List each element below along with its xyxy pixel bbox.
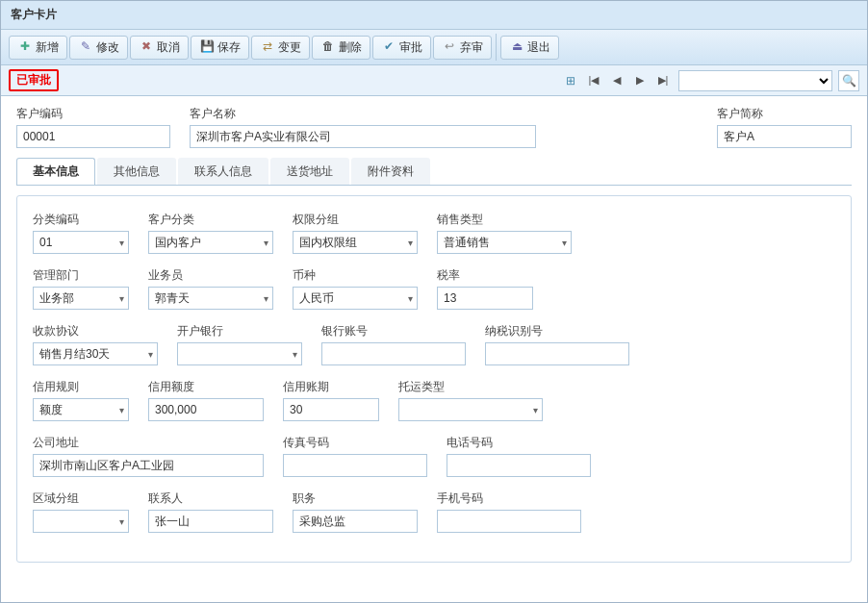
fax-input[interactable]	[283, 454, 427, 477]
prev-btn[interactable]: ◀	[607, 71, 626, 90]
last-btn[interactable]: ▶|	[653, 71, 673, 90]
change-label: 变更	[278, 39, 301, 56]
save-icon	[199, 39, 215, 55]
bank-account-field: 银行账号	[321, 323, 466, 365]
currency-select[interactable]: 人民币	[293, 287, 418, 310]
cancel-button[interactable]: 取消	[130, 36, 189, 60]
tax-id-label: 纳税识别号	[485, 323, 629, 339]
category-code-select[interactable]: 01	[33, 231, 129, 254]
row-6: 区域分组 联系人 职务 手机号码	[33, 490, 835, 533]
sales-type-select[interactable]: 普通销售	[437, 231, 572, 254]
company-address-input[interactable]	[33, 454, 264, 477]
mobile-input[interactable]	[437, 510, 581, 533]
window-title: 客户卡片	[11, 8, 57, 21]
tax-rate-input[interactable]	[437, 287, 533, 310]
new-label: 新增	[36, 39, 59, 56]
cancel-label: 取消	[157, 39, 180, 56]
customer-code-input[interactable]	[16, 125, 170, 148]
tab-basic[interactable]: 基本信息	[16, 158, 95, 185]
next-btn[interactable]: ▶	[630, 71, 650, 90]
row-3: 收款协议 销售月结30天 开户银行 银	[33, 323, 835, 365]
exit-icon	[509, 39, 524, 55]
delete-icon	[320, 39, 336, 55]
row-4: 信用规则 额度 信用额度 信用账期 托运类型	[33, 379, 835, 421]
region-select[interactable]	[33, 510, 129, 533]
tab-other[interactable]: 其他信息	[97, 158, 176, 185]
credit-period-label: 信用账期	[283, 379, 379, 395]
new-icon	[17, 39, 33, 55]
delete-button[interactable]: 删除	[312, 36, 370, 60]
customer-category-select-wrap: 国内客户	[148, 231, 273, 254]
credit-limit-input[interactable]	[148, 398, 264, 421]
contact-field: 联系人	[148, 490, 273, 533]
abandon-label: 弃审	[460, 39, 483, 56]
prev-icon: ◀	[613, 74, 621, 87]
credit-period-field: 信用账期	[283, 379, 379, 421]
payment-select-wrap: 销售月结30天	[33, 342, 158, 365]
customer-category-field: 客户分类 国内客户	[148, 212, 273, 254]
tab-attachment[interactable]: 附件资料	[351, 158, 430, 185]
dept-select[interactable]: 业务部	[33, 287, 129, 310]
credit-rule-select[interactable]: 额度	[33, 398, 129, 421]
customer-name-input[interactable]	[190, 125, 536, 148]
customer-category-select[interactable]: 国内客户	[148, 231, 273, 254]
first-btn[interactable]: |◀	[584, 71, 603, 90]
abandon-button[interactable]: 弃审	[433, 36, 492, 60]
salesperson-field: 业务员 郭青天	[148, 267, 273, 310]
exit-button[interactable]: 退出	[500, 36, 559, 60]
shipping-type-label: 托运类型	[398, 379, 543, 395]
permission-group-label: 权限分组	[293, 212, 418, 228]
last-icon: ▶|	[658, 74, 669, 87]
phone-label: 电话号码	[447, 435, 591, 451]
category-code-select-wrap: 01	[33, 231, 129, 254]
payment-select[interactable]: 销售月结30天	[33, 342, 158, 365]
shipping-type-field: 托运类型	[398, 379, 543, 421]
edit-button[interactable]: 修改	[69, 36, 128, 60]
salesperson-select-wrap: 郭青天	[148, 287, 273, 310]
phone-input[interactable]	[447, 454, 591, 477]
new-button[interactable]: 新增	[9, 36, 67, 60]
change-button[interactable]: 变更	[251, 36, 310, 60]
bank-select[interactable]	[177, 342, 302, 365]
salesperson-select[interactable]: 郭青天	[148, 287, 273, 310]
position-label: 职务	[293, 490, 418, 507]
row-1: 分类编码 01 客户分类 国内客户 权限	[33, 212, 835, 254]
salesperson-label: 业务员	[148, 267, 273, 284]
currency-field: 币种 人民币	[293, 267, 418, 310]
contact-input[interactable]	[148, 510, 273, 533]
search-icon-btn[interactable]: 🔍	[838, 70, 859, 91]
edit-icon	[78, 39, 93, 55]
customer-short-input[interactable]	[717, 125, 852, 148]
tax-id-input[interactable]	[485, 342, 629, 365]
audit-button[interactable]: 审批	[372, 36, 431, 60]
permission-group-select[interactable]: 国内权限组	[293, 231, 418, 254]
dept-label: 管理部门	[33, 267, 129, 284]
delete-label: 删除	[339, 39, 362, 56]
save-button[interactable]: 保存	[191, 36, 249, 60]
first-icon: |◀	[589, 74, 600, 87]
tax-id-field: 纳税识别号	[485, 323, 629, 365]
sales-type-field: 销售类型 普通销售	[437, 212, 572, 254]
position-input[interactable]	[293, 510, 418, 533]
dept-select-wrap: 业务部	[33, 287, 129, 310]
currency-label: 币种	[293, 267, 418, 284]
company-address-label: 公司地址	[33, 435, 264, 451]
credit-period-input[interactable]	[283, 398, 379, 421]
bank-field: 开户银行	[177, 323, 302, 365]
exit-label: 退出	[527, 39, 550, 56]
region-label: 区域分组	[33, 490, 129, 507]
tab-contact[interactable]: 联系人信息	[178, 158, 268, 185]
customer-name-label: 客户名称	[190, 106, 536, 122]
tax-rate-field: 税率	[437, 267, 533, 310]
mobile-field: 手机号码	[437, 490, 581, 533]
table-icon-btn[interactable]	[561, 71, 580, 90]
shipping-type-select[interactable]	[398, 398, 543, 421]
bank-account-input[interactable]	[321, 342, 466, 365]
tab-delivery[interactable]: 送货地址	[270, 158, 349, 185]
shipping-type-select-wrap	[398, 398, 543, 421]
change-icon	[260, 39, 275, 55]
dept-field: 管理部门 业务部	[33, 267, 129, 310]
cancel-icon	[139, 39, 154, 55]
sales-type-label: 销售类型	[437, 212, 572, 228]
nav-dropdown[interactable]	[678, 70, 832, 91]
